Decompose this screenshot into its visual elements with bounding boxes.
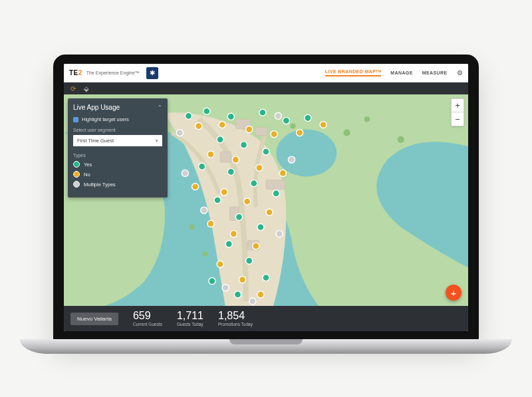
svg-point-48 <box>279 170 286 176</box>
brand-tagline: The Experience Engine™ <box>86 70 140 75</box>
svg-point-65 <box>222 285 229 291</box>
svg-rect-4 <box>255 128 267 136</box>
svg-point-66 <box>249 298 256 305</box>
refresh-icon[interactable]: ⟳ <box>70 85 76 92</box>
dot-no-icon <box>73 171 80 178</box>
svg-point-64 <box>276 231 283 237</box>
live-app-usage-panel: Live App Usage ⌃ Highlight target users … <box>68 98 168 198</box>
legend-multiple: Multiple Types <box>73 181 162 188</box>
svg-point-31 <box>214 197 221 203</box>
legend-yes: Yes <box>73 161 162 168</box>
svg-point-22 <box>283 117 289 124</box>
svg-point-26 <box>263 148 269 155</box>
location-chip[interactable]: Nuevo Vallarta <box>70 313 118 325</box>
zoom-out-button[interactable]: − <box>452 112 464 126</box>
svg-point-37 <box>234 291 241 298</box>
checkbox-icon <box>73 117 78 122</box>
types-label: Types <box>73 153 162 158</box>
location-pin-icon[interactable]: ⬙ <box>84 85 89 92</box>
nav-measure[interactable]: MEASURE <box>422 70 448 75</box>
svg-point-2 <box>276 130 336 177</box>
svg-point-57 <box>239 277 245 283</box>
svg-point-52 <box>266 209 273 215</box>
stat-guests-today: 1,711 Guests Today <box>177 311 203 327</box>
svg-point-51 <box>244 198 251 205</box>
svg-point-30 <box>273 190 279 197</box>
svg-point-20 <box>227 113 234 120</box>
brand-logo: TE2 <box>69 69 82 76</box>
svg-point-27 <box>199 163 205 170</box>
svg-point-55 <box>253 243 259 249</box>
nav-live-branded-map[interactable]: LIVE BRANDED MAPTM <box>325 69 381 76</box>
chevron-down-icon: ▾ <box>156 138 158 144</box>
svg-point-17 <box>290 123 295 128</box>
svg-point-28 <box>227 168 234 175</box>
svg-rect-5 <box>220 152 231 162</box>
svg-point-13 <box>364 116 370 122</box>
svg-point-40 <box>219 121 225 128</box>
svg-point-43 <box>297 130 303 136</box>
segment-label: Select user segment <box>73 128 162 132</box>
svg-point-29 <box>251 180 257 187</box>
svg-point-14 <box>398 136 404 143</box>
footer-bar: Nuevo Vallarta 659 Current Guests 1,711 … <box>64 306 468 331</box>
svg-rect-6 <box>266 180 285 190</box>
svg-point-41 <box>246 126 253 133</box>
suite-icon: ✱ <box>146 67 158 79</box>
app-header: TE2 The Experience Engine™ ✱ LIVE BRANDE… <box>64 64 468 82</box>
add-fab-button[interactable]: + <box>446 285 462 301</box>
panel-title: Live App Usage <box>73 104 120 111</box>
stat-current-guests: 659 Current Guests <box>133 311 162 327</box>
svg-point-49 <box>192 184 199 190</box>
segment-select[interactable]: First Time Guest ▾ <box>73 135 162 146</box>
svg-point-21 <box>259 109 266 116</box>
svg-point-39 <box>196 122 202 129</box>
legend-no: No <box>73 171 162 178</box>
svg-point-58 <box>257 291 264 298</box>
svg-point-62 <box>288 156 295 163</box>
svg-point-36 <box>263 274 269 281</box>
svg-point-18 <box>185 112 192 119</box>
app-screen: TE2 The Experience Engine™ ✱ LIVE BRANDE… <box>64 64 468 331</box>
svg-point-38 <box>209 278 215 285</box>
map-canvas[interactable]: + − Live App Usage ⌃ Highlight target us… <box>64 94 468 306</box>
nav-manage[interactable]: MANAGE <box>390 70 413 75</box>
svg-point-12 <box>344 130 350 136</box>
svg-point-54 <box>230 231 237 237</box>
svg-point-19 <box>203 108 210 114</box>
svg-point-23 <box>305 114 311 121</box>
svg-point-16 <box>189 224 194 229</box>
collapse-chevron-icon[interactable]: ⌃ <box>158 104 162 110</box>
zoom-in-button[interactable]: + <box>452 99 464 112</box>
svg-point-60 <box>275 112 281 119</box>
dot-multiple-icon <box>73 181 80 188</box>
svg-point-24 <box>217 136 223 143</box>
svg-point-25 <box>240 142 247 148</box>
highlight-target-users-checkbox[interactable]: Highlight target users <box>73 116 162 122</box>
svg-point-46 <box>232 156 239 163</box>
svg-point-15 <box>203 251 208 257</box>
settings-gear-icon[interactable]: ⚙ <box>457 69 463 76</box>
svg-point-56 <box>217 261 223 267</box>
svg-point-32 <box>235 213 242 220</box>
stat-promotions-today: 1,854 Promotions Today <box>218 311 253 327</box>
svg-point-47 <box>256 164 263 171</box>
zoom-control: + − <box>451 98 464 126</box>
dot-yes-icon <box>73 161 80 168</box>
svg-point-59 <box>176 130 183 136</box>
svg-point-50 <box>221 189 227 196</box>
svg-point-33 <box>257 223 264 230</box>
map-toolbar: ⟳ ⬙ <box>64 82 468 94</box>
svg-point-53 <box>207 220 214 227</box>
svg-point-44 <box>320 121 327 128</box>
svg-point-61 <box>182 170 188 176</box>
svg-point-45 <box>207 151 214 158</box>
svg-point-34 <box>225 241 232 247</box>
svg-point-42 <box>271 131 277 138</box>
svg-point-63 <box>201 207 207 213</box>
svg-point-35 <box>246 257 253 264</box>
